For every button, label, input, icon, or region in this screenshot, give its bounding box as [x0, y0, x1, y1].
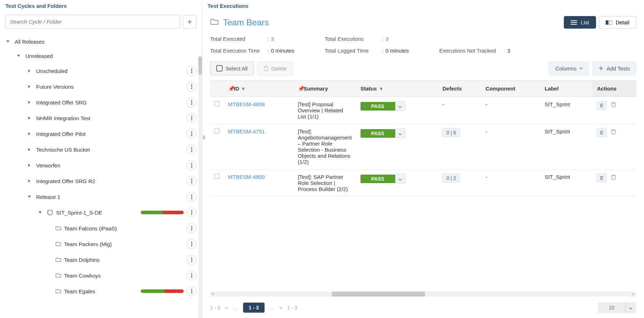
tree-label: Future Versions: [36, 84, 187, 90]
tree-item-integrated-offer-pilot[interactable]: Integrated Offer Pilot: [0, 126, 202, 142]
kebab-menu-button[interactable]: [187, 239, 197, 249]
kebab-menu-button[interactable]: [187, 66, 197, 76]
test-id-link[interactable]: MTBESM-4808: [228, 101, 265, 107]
kebab-menu-button[interactable]: [187, 145, 197, 155]
col-defects[interactable]: Defects: [438, 80, 481, 97]
execute-button[interactable]: E: [597, 128, 606, 137]
search-input[interactable]: [5, 15, 180, 29]
tree-item-team-packers[interactable]: Team Packers (Mig): [0, 236, 202, 252]
col-id[interactable]: 📌ID ▾: [224, 80, 294, 97]
chevron-down-icon[interactable]: [38, 210, 43, 215]
chevron-down-icon[interactable]: [16, 53, 21, 58]
status-dropdown[interactable]: [395, 128, 405, 138]
status-dropdown[interactable]: [395, 174, 405, 184]
tree-item-team-falcons[interactable]: Team Falcons (iPaaS): [0, 220, 202, 236]
kebab-menu-button[interactable]: [187, 160, 197, 170]
col-status[interactable]: Status ▾: [356, 80, 438, 97]
kebab-menu-button[interactable]: [187, 286, 197, 296]
svg-point-40: [191, 275, 192, 276]
tree-item-team-dolphins[interactable]: Team Dolphins: [0, 252, 202, 268]
pager-first-button[interactable]: «: [225, 305, 228, 310]
chevron-right-icon[interactable]: [27, 116, 32, 121]
plus-icon: [599, 66, 604, 71]
view-list-button[interactable]: List: [564, 16, 596, 29]
page-size-dropdown[interactable]: [625, 302, 636, 313]
stat-total-execution-time: Total Execution Time : 0 minutes: [210, 48, 310, 54]
kebab-menu-button[interactable]: [187, 207, 197, 217]
folder-icon: [55, 226, 61, 231]
tree-item-unscheduled[interactable]: Unscheduled: [0, 63, 202, 79]
delete-row-button[interactable]: [611, 175, 616, 181]
test-id-link[interactable]: MTBESM-4791: [228, 128, 265, 134]
kebab-menu-button[interactable]: [187, 223, 197, 233]
tree-root-all-releases[interactable]: All Releases: [0, 34, 202, 49]
row-checkbox[interactable]: [214, 128, 219, 133]
chevron-right-icon[interactable]: [27, 68, 32, 73]
breadcrumb-title[interactable]: Team Bears: [223, 18, 269, 28]
kebab-menu-button[interactable]: [187, 82, 197, 92]
kebab-menu-button[interactable]: [187, 97, 197, 107]
delete-button[interactable]: Delete: [257, 62, 293, 75]
kebab-menu-button[interactable]: [187, 176, 197, 186]
select-all-button[interactable]: Select All: [210, 62, 254, 75]
tree-item-technische-us[interactable]: Technische US Bucket: [0, 142, 202, 157]
delete-row-button[interactable]: [611, 102, 616, 108]
kebab-menu-button[interactable]: [187, 270, 197, 280]
tree-item-verworfen[interactable]: Verworfen: [0, 157, 202, 173]
defect-chip[interactable]: 0 | 2: [442, 174, 460, 182]
defect-chip[interactable]: 0 | 5: [442, 128, 460, 137]
execute-button[interactable]: E: [597, 174, 606, 182]
add-tests-button[interactable]: Add Tests: [592, 62, 636, 75]
row-checkbox[interactable]: [214, 174, 219, 179]
checkbox-icon: [216, 65, 223, 72]
col-summary[interactable]: 📌Summary: [294, 80, 356, 97]
row-checkbox[interactable]: [214, 101, 219, 106]
columns-button[interactable]: Columns: [549, 62, 589, 75]
tree-item-release-1[interactable]: Release 1: [0, 189, 202, 205]
pager-next-button[interactable]: …: [270, 305, 275, 310]
svg-point-30: [191, 226, 192, 227]
chevron-right-icon[interactable]: [27, 84, 32, 89]
svg-point-6: [191, 100, 192, 101]
add-folder-button[interactable]: [183, 15, 197, 29]
kebab-menu-button[interactable]: [187, 129, 197, 139]
kebab-menu-button[interactable]: [187, 113, 197, 123]
view-detail-button[interactable]: Detail: [599, 16, 636, 29]
chevron-right-icon[interactable]: [27, 178, 32, 184]
svg-point-44: [191, 293, 192, 294]
kebab-menu-button[interactable]: [187, 192, 197, 202]
tree-item-sprint[interactable]: SIT_Sprint-1_S-DE: [0, 205, 202, 220]
tree-item-integrated-offer-srg-r2[interactable]: Integrated Offer SRG R2: [0, 173, 202, 189]
chevron-right-icon[interactable]: [27, 147, 32, 152]
svg-point-7: [191, 102, 192, 103]
svg-point-28: [191, 212, 192, 213]
tree-label: Integrated Offer SRG: [36, 99, 187, 106]
tree-item-nhmr-integration[interactable]: NHMR Integration Test: [0, 110, 202, 126]
tree-item-team-egales[interactable]: Team Egales: [0, 283, 202, 299]
kebab-menu-button[interactable]: [187, 255, 197, 265]
svg-point-42: [191, 289, 192, 290]
tree-unreleased[interactable]: Unreleased: [0, 49, 202, 63]
chevron-down-icon[interactable]: [5, 39, 10, 44]
tree-item-future-versions[interactable]: Future Versions: [0, 79, 202, 94]
col-component[interactable]: Component: [481, 80, 540, 97]
tree-item-integrated-offer-srg[interactable]: Integrated Offer SRG: [0, 94, 202, 110]
pagination: 1 - 3 « … 1 - 3 … » 1 - 3 10: [202, 297, 644, 318]
horizontal-scrollbar[interactable]: [210, 292, 636, 297]
status-dropdown[interactable]: [395, 101, 405, 111]
pager-prev-button[interactable]: …: [233, 305, 238, 310]
col-label[interactable]: Label: [540, 80, 592, 97]
chevron-right-icon[interactable]: [27, 131, 32, 136]
folder-icon: [55, 241, 61, 246]
chevron-down-icon[interactable]: [27, 194, 32, 199]
pager-last-button[interactable]: »: [280, 305, 282, 310]
execute-button[interactable]: E: [597, 101, 606, 110]
test-id-link[interactable]: MTBESM-4800: [228, 174, 265, 180]
delete-row-button[interactable]: [611, 129, 616, 136]
pager-current: 1 - 3: [243, 303, 265, 313]
chevron-right-icon[interactable]: [27, 163, 32, 168]
component-cell: -: [481, 170, 540, 197]
tree-item-team-cowboys[interactable]: Team Cowboys: [0, 268, 202, 283]
collapse-left-panel-button[interactable]: [202, 132, 206, 142]
chevron-right-icon[interactable]: [27, 100, 32, 105]
